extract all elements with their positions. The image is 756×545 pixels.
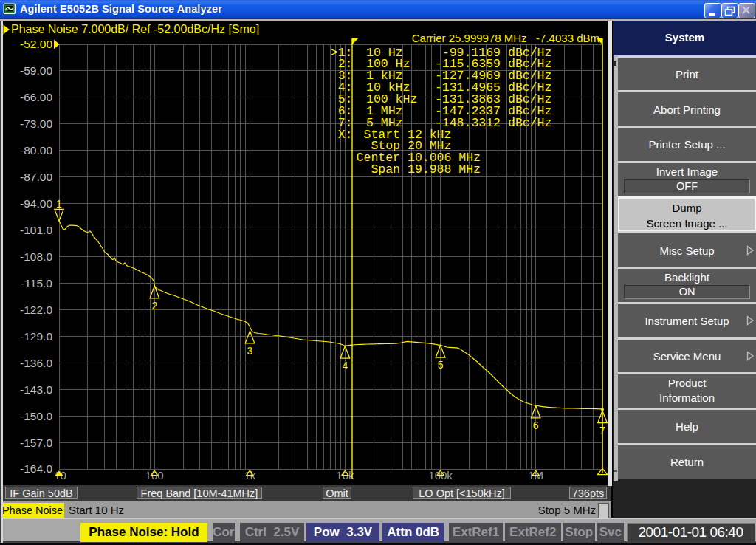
svg-text:-94.00: -94.00 (20, 197, 52, 210)
svg-text:dBc/Hz: dBc/Hz (508, 116, 551, 130)
svg-text:3: 3 (247, 345, 253, 357)
svg-text:-101.0: -101.0 (20, 224, 52, 236)
svg-text:-87.00: -87.00 (20, 171, 52, 183)
svg-text:-108.0: -108.0 (20, 250, 52, 263)
svg-text:-73.00: -73.00 (20, 117, 52, 130)
svg-text:-115.0: -115.0 (21, 277, 52, 289)
svg-text:-52.00: -52.00 (20, 38, 52, 50)
svg-text:Span: Span (371, 162, 400, 176)
svg-text:Phase Noise 7.000dB/ Ref -52.0: Phase Noise 7.000dB/ Ref -52.00dBc/Hz [S… (11, 23, 259, 35)
svg-text:-143.0: -143.0 (20, 383, 52, 396)
svg-text:X:: X: (338, 128, 353, 142)
svg-text:2: 2 (151, 300, 157, 312)
svg-text:-122.0: -122.0 (20, 304, 52, 316)
svg-text:5: 5 (438, 359, 444, 371)
svg-text:Carrier 25.999978 MHz -7.403: Carrier 25.999978 MHz -7.4033 dBm (412, 32, 599, 44)
svg-text:-80.00: -80.00 (20, 144, 52, 157)
svg-text:-164.0: -164.0 (20, 462, 52, 475)
svg-text:-136.0: -136.0 (20, 357, 52, 369)
svg-text:6: 6 (533, 419, 539, 431)
svg-text:-66.00: -66.00 (20, 91, 52, 103)
svg-text:-59.00: -59.00 (20, 64, 52, 77)
svg-text:7: 7 (599, 425, 605, 436)
svg-text:-157.0: -157.0 (20, 436, 52, 449)
svg-text:-129.0: -129.0 (20, 330, 52, 343)
svg-text:-150.0: -150.0 (20, 410, 52, 422)
svg-text:4: 4 (343, 360, 348, 371)
svg-text:1: 1 (56, 198, 62, 210)
svg-text:19.988 MHz: 19.988 MHz (408, 162, 481, 176)
